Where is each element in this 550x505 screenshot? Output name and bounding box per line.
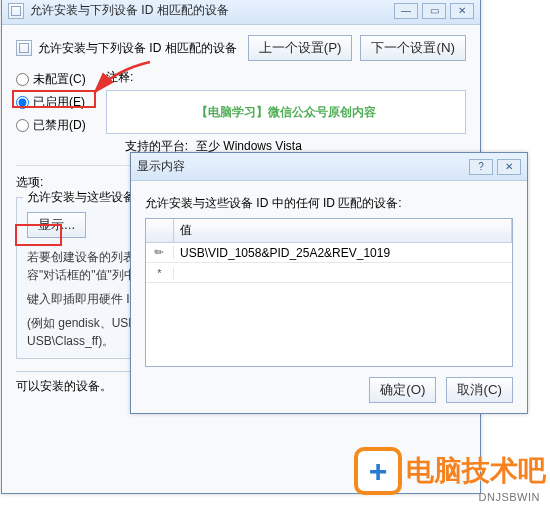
grid-row[interactable]: ✎ USB\VID_1058&PID_25A2&REV_1019 [146,243,512,263]
minimize-button[interactable]: — [394,3,418,19]
dialog-instruction: 允许安装与这些设备 ID 中的任何 ID 匹配的设备: [145,195,513,212]
policy-title: 允许安装与下列设备 ID 相匹配的设备 [38,40,237,57]
grid-header-value[interactable]: 值 [174,219,512,242]
notes-box[interactable]: 【电脑学习】微信公众号原创内容 [106,90,466,134]
dialog-title: 显示内容 [137,158,469,175]
dialog-titlebar[interactable]: 显示内容 ? ✕ [131,153,527,181]
show-contents-dialog: 显示内容 ? ✕ 允许安装与这些设备 ID 中的任何 ID 匹配的设备: 值 ✎… [130,152,528,414]
cancel-button[interactable]: 取消(C) [446,377,513,403]
window-title: 允许安装与下列设备 ID 相匹配的设备 [30,2,394,19]
dialog-close-button[interactable]: ✕ [497,159,521,175]
titlebar[interactable]: 允许安装与下列设备 ID 相匹配的设备 — ▭ ✕ [2,0,480,25]
values-grid[interactable]: 值 ✎ USB\VID_1058&PID_25A2&REV_1019 * [145,218,513,367]
brand-logo-icon: + [354,447,402,495]
notes-label: 注释: [106,69,466,86]
maximize-button[interactable]: ▭ [422,3,446,19]
edit-icon: ✎ [146,246,174,259]
annotation-box-enabled [12,90,96,108]
grid-header: 值 [146,219,512,243]
new-row-icon: * [146,267,174,279]
radio-disabled-input[interactable] [16,119,29,132]
annotation-box-show [15,224,62,246]
grid-cell-value[interactable]: USB\VID_1058&PID_25A2&REV_1019 [174,246,512,260]
policy-icon [16,40,32,56]
notes-content: 【电脑学习】微信公众号原创内容 [196,104,376,121]
prev-setting-button[interactable]: 上一个设置(P) [248,35,353,61]
brand-text: 电脑技术吧 [406,452,546,490]
close-button[interactable]: ✕ [450,3,474,19]
radio-unconfigured-input[interactable] [16,73,29,86]
branding-watermark: + 电脑技术吧 [354,447,546,495]
radio-unconfigured[interactable]: 未配置(C) [16,71,106,88]
ok-button[interactable]: 确定(O) [369,377,436,403]
grid-row-new[interactable]: * [146,263,512,283]
next-setting-button[interactable]: 下一个设置(N) [360,35,466,61]
grid-header-icon [146,219,174,242]
window-controls: — ▭ ✕ [394,3,474,19]
window-icon [8,3,24,19]
radio-disabled[interactable]: 已禁用(D) [16,117,106,134]
dialog-help-button[interactable]: ? [469,159,493,175]
